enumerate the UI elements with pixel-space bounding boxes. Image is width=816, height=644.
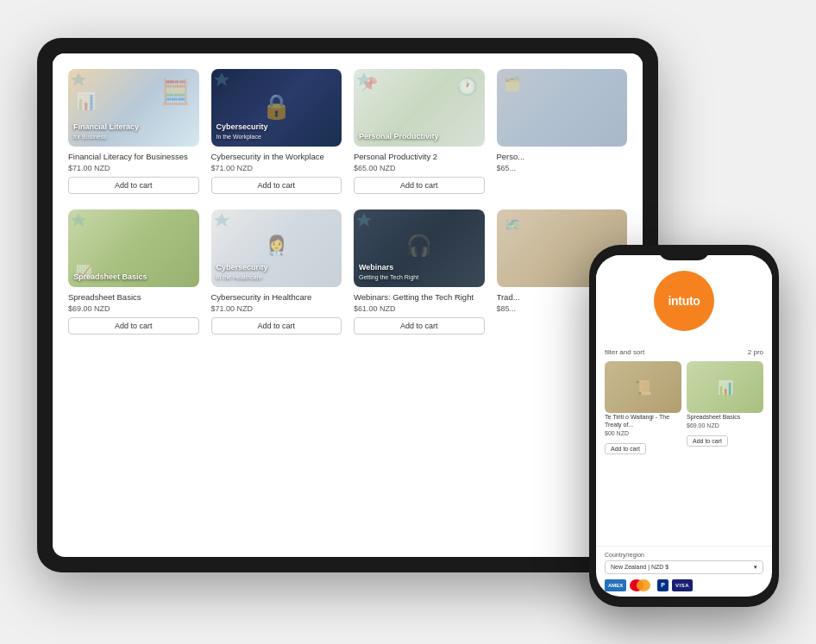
product-thumb-spreadsheet: 📈 Spreadsheet Basics	[68, 209, 199, 287]
watermark-icon	[356, 212, 372, 228]
thumb-label-cyber: CybersecurityIn the Workplace	[217, 122, 337, 141]
phone-product-price-treaty: $00 NZD	[605, 430, 681, 436]
phone-header: intuto	[596, 255, 772, 341]
intuto-logo-text: intuto	[668, 294, 700, 308]
product-price-webinar: $61.00 NZD	[354, 304, 485, 313]
mastercard-icon	[630, 579, 654, 591]
phone-thumb-treaty: 📜	[605, 361, 681, 413]
phone-notch	[658, 245, 710, 260]
paypal-icon: P	[657, 579, 668, 591]
phone-product-price-spreadsheet: $69.00 NZD	[687, 422, 763, 428]
phone-product-name-spreadsheet: Spreadsheet Basics	[687, 413, 763, 421]
visa-icon: VISA	[672, 579, 693, 591]
phone-filter-row: filter and sort 2 pro	[605, 348, 763, 356]
phone-product-count: 2 pro	[748, 348, 763, 356]
product-price-financial: $71.00 NZD	[68, 164, 199, 172]
add-to-cart-spreadsheet[interactable]: Add to cart	[68, 317, 199, 335]
add-to-cart-cyber[interactable]: Add to cart	[211, 177, 342, 194]
phone-thumb-spreadsheet: 📊	[687, 361, 763, 413]
product-grid-row1: 🧮 📊 Financial Literacyfor Business Finan…	[53, 53, 643, 209]
phone-product-spreadsheet: 📊 Spreadsheet Basics $69.00 NZD Add to c…	[687, 361, 763, 454]
watermark-icon	[214, 212, 229, 228]
product-thumb-cyber-health: 👩‍⚕️ CybersecurityIn the Healthcare	[211, 209, 342, 287]
product-name-cyber: Cybersecurity in the Workplace	[211, 152, 342, 162]
product-name-financial: Financial Literacy for Businesses	[68, 152, 199, 162]
phone-product-row: 📜 Te Tiriti o Waitangi - The Treaty of..…	[605, 361, 763, 454]
product-thumb-personal: 🕐 📌 Personal Productivity	[354, 69, 485, 147]
phone-screen: intuto filter and sort 2 pro 📜 Te Tiriti…	[596, 255, 772, 597]
add-to-cart-webinar[interactable]: Add to cart	[354, 317, 485, 335]
tablet-device: 🧮 📊 Financial Literacyfor Business Finan…	[37, 38, 658, 572]
product-name-personal: Personal Productivity 2	[354, 152, 485, 162]
product-price-cyber: $71.00 NZD	[211, 164, 342, 172]
phone-product-treaty: 📜 Te Tiriti o Waitangi - The Treaty of..…	[605, 361, 681, 454]
phone-device: intuto filter and sort 2 pro 📜 Te Tiriti…	[589, 245, 779, 607]
product-card-partial-1: 🗂️ Perso... $65... Add to cart	[497, 69, 628, 194]
product-name-spreadsheet: Spreadsheet Basics	[68, 292, 199, 303]
chevron-down-icon: ▾	[754, 564, 757, 571]
thumb-label-webinar: WebinarsGetting the Tech Right	[359, 263, 480, 282]
product-price-cyber-health: $71.00 NZD	[211, 304, 342, 313]
watermark-icon	[71, 72, 86, 87]
phone-footer: Country/region New Zealand | NZD $ ▾ AME…	[596, 546, 772, 597]
thumb-label-financial: Financial Literacyfor Business	[73, 122, 194, 141]
add-to-cart-personal[interactable]: Add to cart	[354, 177, 485, 194]
watermark-icon	[71, 212, 86, 228]
phone-content: filter and sort 2 pro 📜 Te Tiriti o Wait…	[596, 341, 772, 546]
phone-country-value: New Zealand | NZD $	[611, 564, 668, 570]
watermark-icon	[356, 72, 372, 87]
thumb-label-spreadsheet: Spreadsheet Basics	[73, 272, 194, 282]
amex-icon: AMEX	[605, 579, 626, 591]
product-card-cyber: 🔒 CybersecurityIn the Workplace Cybersec…	[211, 69, 342, 194]
phone-filter-label: filter and sort	[605, 348, 644, 356]
phone-product-name-treaty: Te Tiriti o Waitangi - The Treaty of...	[605, 413, 681, 428]
product-price-partial1: $65...	[497, 164, 628, 172]
product-price-personal: $65.00 NZD	[354, 164, 485, 172]
phone-add-to-cart-treaty[interactable]: Add to cart	[605, 443, 646, 454]
thumb-label-personal: Personal Productivity	[359, 132, 480, 141]
product-thumb-partial1: 🗂️	[497, 69, 628, 147]
product-name-cyber-health: Cybersecurity in Healthcare	[211, 292, 342, 303]
watermark-icon	[214, 72, 229, 87]
product-card-spreadsheet: 📈 Spreadsheet Basics Spreadsheet Basics …	[68, 209, 199, 335]
intuto-logo: intuto	[654, 271, 714, 331]
product-thumb-webinar: 🎧 WebinarsGetting the Tech Right	[354, 209, 485, 287]
scene: 🧮 📊 Financial Literacyfor Business Finan…	[37, 38, 779, 607]
add-to-cart-cyber-health[interactable]: Add to cart	[211, 317, 342, 335]
product-price-spreadsheet: $69.00 NZD	[68, 304, 199, 313]
phone-country-select[interactable]: New Zealand | NZD $ ▾	[605, 560, 763, 574]
product-card-cyber-health: 👩‍⚕️ CybersecurityIn the Healthcare Cybe…	[211, 209, 342, 335]
product-card-financial: 🧮 📊 Financial Literacyfor Business Finan…	[68, 69, 199, 194]
product-grid-row2: 📈 Spreadsheet Basics Spreadsheet Basics …	[53, 209, 643, 350]
tablet-screen: 🧮 📊 Financial Literacyfor Business Finan…	[53, 53, 643, 557]
phone-add-to-cart-spreadsheet[interactable]: Add to cart	[687, 435, 728, 447]
product-thumb-cyber: 🔒 CybersecurityIn the Workplace	[211, 69, 342, 147]
phone-payment-icons: AMEX P VISA	[605, 579, 763, 591]
product-name-partial1: Perso...	[497, 152, 628, 162]
add-to-cart-financial[interactable]: Add to cart	[68, 177, 199, 194]
thumb-label-cyber-health: CybersecurityIn the Healthcare	[217, 263, 337, 282]
product-card-webinar: 🎧 WebinarsGetting the Tech Right Webinar…	[354, 209, 485, 335]
product-card-personal: 🕐 📌 Personal Productivity Personal Produ…	[354, 69, 485, 194]
phone-country-label: Country/region	[605, 552, 763, 558]
product-name-webinar: Webinars: Getting the Tech Right	[354, 292, 485, 303]
product-thumb-financial: 🧮 📊 Financial Literacyfor Business	[68, 69, 199, 147]
